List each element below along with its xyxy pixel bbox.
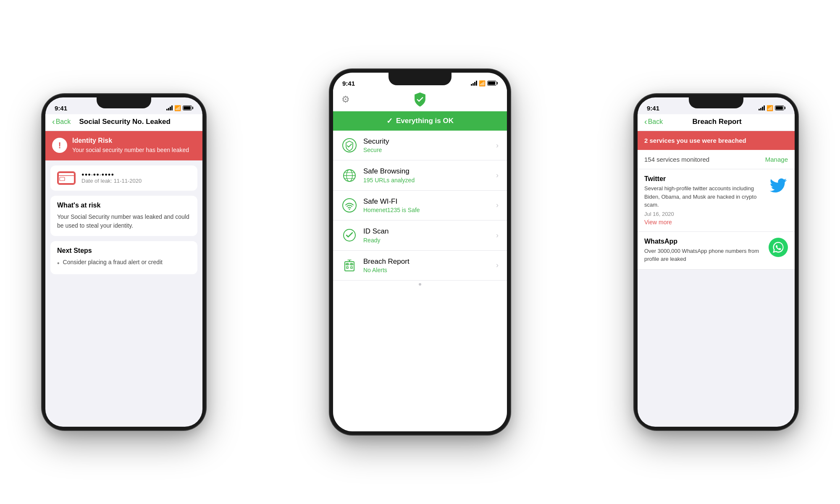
- svg-rect-12: [346, 267, 348, 268]
- wifi-menu-icon: [341, 197, 357, 213]
- breach-subtitle: No Alerts: [363, 267, 496, 273]
- browsing-menu-text: Safe Browsing 195 URLs analyzed: [363, 167, 496, 183]
- manage-button[interactable]: Manage: [765, 156, 788, 163]
- left-content: 9:41 📶 ‹: [45, 97, 202, 427]
- browsing-chevron-icon: ›: [496, 171, 499, 180]
- phone-center: 9:41 📶 ⚙: [330, 69, 510, 435]
- id-scan-menu-icon: [341, 227, 357, 243]
- right-back-button[interactable]: ‹ Back: [644, 117, 663, 126]
- whatsapp-breach-card: WhatsApp Over 3000,000 WhatsApp phone nu…: [638, 232, 795, 270]
- center-content: 9:41 📶 ⚙: [333, 73, 507, 431]
- wifi-menu-svg-icon: [342, 198, 357, 213]
- security-menu-text: Security Secure: [363, 137, 496, 153]
- building-icon: [342, 258, 357, 273]
- menu-item-safe-browsing[interactable]: Safe Browsing 195 URLs analyzed ›: [333, 160, 507, 190]
- twitter-view-more-link[interactable]: View more: [644, 219, 763, 226]
- right-nav-bar: ‹ Back Breach Report: [638, 114, 795, 131]
- whats-at-risk-body: Your Social Security number was leaked a…: [57, 213, 191, 230]
- security-shield-icon: [342, 138, 357, 152]
- ssn-date-label: Date of leak:: [81, 178, 112, 184]
- security-title: Security: [363, 137, 496, 146]
- menu-item-id-scan[interactable]: ID Scan Ready ›: [333, 220, 507, 250]
- ssn-date: Date of leak: 11-11-2020: [81, 178, 142, 184]
- whatsapp-logo-icon: [769, 238, 788, 257]
- wifi-icon: 📶: [479, 80, 486, 87]
- left-screen: 9:41 📶 ‹: [45, 97, 202, 427]
- ssn-card: ●●●-●●-●●●● Date of leak: 11-11-2020: [50, 165, 197, 191]
- svg-rect-16: [58, 173, 74, 184]
- breach-info-row: 154 services monitored Manage: [638, 150, 795, 169]
- phone-right: 9:41 📶 ‹: [634, 94, 798, 430]
- left-wifi-icon: 📶: [174, 105, 181, 111]
- twitter-breach-date: Jul 16, 2020: [644, 211, 763, 217]
- shield-logo-icon: [412, 92, 428, 107]
- phone-left: 9:41 📶 ‹: [42, 94, 206, 430]
- back-chevron-icon: ‹: [52, 117, 55, 126]
- left-notch: [97, 97, 151, 108]
- center-time: 9:41: [342, 80, 355, 87]
- signal-icon: [471, 81, 477, 86]
- services-monitored-text: 154 services monitored: [644, 156, 709, 163]
- twitter-bird-icon: [769, 175, 788, 194]
- app-header: ⚙: [333, 89, 507, 111]
- whats-at-risk-section: What's at risk Your Social Security numb…: [50, 196, 197, 236]
- whatsapp-breach-title: WhatsApp: [644, 238, 763, 245]
- right-back-chevron-icon: ‹: [644, 117, 647, 126]
- next-steps-title: Next Steps: [57, 247, 191, 255]
- twitter-breach-card: Twitter Several high-profile twitter acc…: [638, 169, 795, 232]
- twitter-logo-icon: [769, 175, 788, 194]
- center-status-icons: 📶: [471, 80, 498, 87]
- right-notch: [689, 97, 743, 108]
- wifi-subtitle: Homenet1235 is Safe: [363, 207, 496, 213]
- risk-title: Identity Risk: [72, 137, 189, 144]
- browsing-menu-icon: [341, 168, 357, 184]
- globe-icon: [342, 168, 357, 183]
- twitter-breach-body: Several high-profile twitter accounts in…: [644, 184, 763, 209]
- menu-item-breach-report[interactable]: Breach Report No Alerts ›: [333, 251, 507, 281]
- breach-chevron-icon: ›: [496, 261, 499, 270]
- ssn-card-icon: [57, 171, 76, 185]
- id-scan-subtitle: Ready: [363, 237, 496, 244]
- next-steps-section: Next Steps • Consider placing a fraud al…: [50, 241, 197, 274]
- right-content: 9:41 📶 ‹: [638, 97, 795, 427]
- right-time: 9:41: [647, 105, 659, 112]
- id-scan-icon: [342, 228, 357, 242]
- menu-list: Security Secure ›: [333, 131, 507, 281]
- security-subtitle: Secure: [363, 147, 496, 153]
- right-back-label: Back: [648, 118, 663, 126]
- wifi-menu-text: Safe WI-FI Homenet1235 is Safe: [363, 197, 496, 213]
- id-scan-menu-text: ID Scan Ready: [363, 227, 496, 243]
- app-logo: [412, 92, 428, 107]
- twitter-breach-title: Twitter: [644, 175, 763, 183]
- step-bullet-icon: •: [57, 258, 60, 268]
- security-menu-icon: [341, 137, 357, 153]
- whats-at-risk-title: What's at risk: [57, 202, 191, 209]
- right-battery-icon: [775, 105, 785, 110]
- back-button[interactable]: ‹ Back: [52, 117, 71, 126]
- twitter-breach-text: Twitter Several high-profile twitter acc…: [644, 175, 763, 226]
- browsing-title: Safe Browsing: [363, 167, 496, 176]
- settings-icon[interactable]: ⚙: [341, 94, 350, 105]
- risk-body: Your social security number has been lea…: [72, 146, 189, 155]
- ssn-date-value: 11-11-2020: [114, 178, 142, 184]
- center-notch: [388, 73, 452, 85]
- ok-check-icon: ✓: [386, 116, 393, 126]
- svg-rect-18: [60, 177, 65, 181]
- right-status-icons: 📶: [759, 105, 785, 111]
- left-battery-icon: [183, 105, 193, 110]
- whatsapp-breach-body: Over 3000,000 WhatsApp phone numbers fro…: [644, 247, 763, 263]
- breach-alert-banner: 2 services you use were breached: [638, 131, 795, 150]
- whatsapp-icon: [772, 241, 785, 254]
- security-chevron-icon: ›: [496, 141, 499, 150]
- ok-banner: ✓ Everything is OK: [333, 111, 507, 131]
- id-scan-title: ID Scan: [363, 227, 496, 236]
- menu-item-safe-wifi[interactable]: Safe WI-FI Homenet1235 is Safe ›: [333, 191, 507, 220]
- id-card-icon: [58, 172, 75, 184]
- menu-item-security[interactable]: Security Secure ›: [333, 131, 507, 160]
- svg-point-0: [343, 139, 356, 152]
- risk-banner-text: Identity Risk Your social security numbe…: [72, 137, 189, 155]
- browsing-subtitle: 195 URLs analyzed: [363, 177, 496, 184]
- breach-alert-text: 2 services you use were breached: [644, 137, 746, 144]
- scroll-hint: [333, 281, 507, 286]
- left-time: 9:41: [55, 105, 67, 112]
